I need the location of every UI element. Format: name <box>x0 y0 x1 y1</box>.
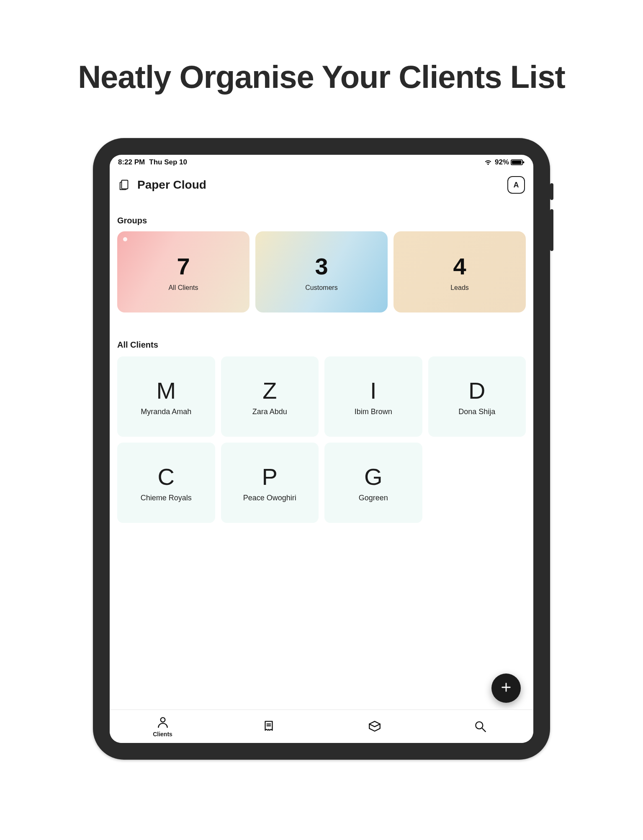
svg-point-4 <box>160 717 165 722</box>
status-bar: 8:22 PM Thu Sep 10 92% <box>110 155 533 170</box>
battery-icon <box>511 159 525 166</box>
client-name: Chieme Royals <box>141 494 192 502</box>
box-icon <box>368 720 382 734</box>
client-name: Dona Shija <box>458 407 495 416</box>
group-count: 7 <box>177 253 190 280</box>
tab-bar: Clients <box>110 709 533 743</box>
tab-invoices[interactable] <box>216 720 322 734</box>
client-card[interactable]: D Dona Shija <box>428 356 526 437</box>
scan-button-label: A <box>514 181 519 190</box>
status-time: 8:22 PM <box>118 158 145 166</box>
client-card[interactable]: P Peace Owoghiri <box>221 443 319 523</box>
group-label: Customers <box>305 284 337 292</box>
plus-icon <box>500 681 512 695</box>
group-card-all-clients[interactable]: 7 All Clients <box>117 231 249 312</box>
groups-section-title: Groups <box>117 216 526 225</box>
svg-point-5 <box>476 722 483 729</box>
group-label: All Clients <box>168 284 198 292</box>
clients-grid: M Myranda Amah Z Zara Abdu I Ibim Brown … <box>117 356 526 523</box>
client-card[interactable]: I Ibim Brown <box>324 356 422 437</box>
battery-percentage: 92% <box>495 158 509 166</box>
svg-rect-3 <box>121 180 128 189</box>
scan-button[interactable]: A <box>507 176 525 194</box>
tab-clients[interactable]: Clients <box>110 716 216 738</box>
client-card[interactable]: C Chieme Royals <box>117 443 215 523</box>
client-initial: P <box>262 463 278 490</box>
group-count: 3 <box>315 253 328 280</box>
client-name: Peace Owoghiri <box>243 494 296 502</box>
tab-items[interactable] <box>322 720 427 734</box>
svg-rect-1 <box>523 161 524 163</box>
client-name: Gogreen <box>359 494 388 502</box>
groups-row: 7 All Clients 3 Customers 4 Leads <box>117 231 526 312</box>
client-card[interactable]: G Gogreen <box>324 443 422 523</box>
device-side-button-bottom <box>550 209 553 251</box>
marketing-headline: Neatly Organise Your Clients List <box>0 59 643 95</box>
all-clients-section-title: All Clients <box>117 340 526 350</box>
person-icon <box>156 716 170 730</box>
client-initial: D <box>468 377 485 404</box>
content: Groups 7 All Clients 3 Customers 4 Leads <box>110 204 533 709</box>
search-icon <box>473 720 488 734</box>
client-initial: Z <box>262 377 277 404</box>
group-card-leads[interactable]: 4 Leads <box>394 231 526 312</box>
client-name: Ibim Brown <box>355 407 392 416</box>
client-card[interactable]: Z Zara Abdu <box>221 356 319 437</box>
client-initial: I <box>370 377 377 404</box>
client-initial: M <box>156 377 176 404</box>
client-initial: C <box>158 463 175 490</box>
app-logo-icon <box>117 178 131 192</box>
group-label: Leads <box>450 284 469 292</box>
device-screen: 8:22 PM Thu Sep 10 92% Paper Cloud A <box>110 155 533 743</box>
client-name: Zara Abdu <box>252 407 287 416</box>
svg-rect-2 <box>512 161 522 164</box>
group-card-customers[interactable]: 3 Customers <box>255 231 388 312</box>
group-count: 4 <box>453 253 466 280</box>
selected-indicator-dot <box>123 237 127 241</box>
tab-label: Clients <box>153 731 172 738</box>
receipt-icon <box>262 720 276 734</box>
add-client-button[interactable] <box>491 674 521 703</box>
device-frame: 8:22 PM Thu Sep 10 92% Paper Cloud A <box>93 138 550 760</box>
app-title: Paper Cloud <box>137 178 206 192</box>
tab-search[interactable] <box>427 720 533 734</box>
device-side-button-top <box>550 183 553 200</box>
status-date: Thu Sep 10 <box>149 158 187 166</box>
client-name: Myranda Amah <box>141 407 191 416</box>
client-card[interactable]: M Myranda Amah <box>117 356 215 437</box>
app-header: Paper Cloud A <box>110 174 533 196</box>
client-initial: G <box>364 463 383 490</box>
wifi-icon <box>484 159 492 166</box>
